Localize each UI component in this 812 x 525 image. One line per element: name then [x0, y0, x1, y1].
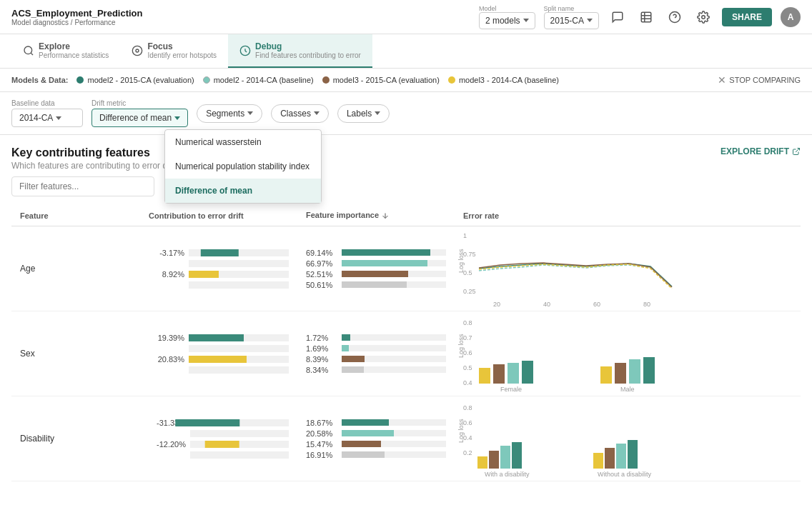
sex-bar-male-yellow — [600, 366, 612, 384]
importance-sex-v3: 8.39% — [306, 355, 337, 364]
settings-icon[interactable] — [693, 7, 713, 27]
dropdown-item-wasserstein[interactable]: Numerical wasserstein — [165, 130, 321, 154]
nav-tabs: Explore Performance statistics Focus Ide… — [0, 34, 812, 69]
svg-text:20: 20 — [493, 301, 500, 308]
dis-bar-wo-brown — [605, 448, 615, 469]
segments-label: Segments — [206, 109, 244, 119]
col-header-importance[interactable]: Feature importance — [297, 205, 455, 226]
svg-text:Without a disability: Without a disability — [598, 471, 652, 478]
model-selector[interactable]: 2 models — [479, 12, 535, 29]
tab-focus[interactable]: Focus Identify error hotspots — [120, 34, 228, 68]
importance-sex-b1 — [342, 334, 350, 341]
contribution-sex-bar1 — [189, 334, 244, 341]
section-header: Key contributing features Which features… — [11, 146, 801, 171]
sex-bar-male-brown — [615, 363, 626, 384]
svg-text:Female: Female — [500, 386, 522, 393]
help-icon[interactable] — [665, 7, 685, 27]
drift-dropdown-menu: Numerical wasserstein Numerical populati… — [164, 129, 322, 204]
section-subtitle: Which features are contributing to error… — [11, 161, 182, 171]
tab-debug[interactable]: Debug Find features contributing to erro… — [228, 34, 372, 68]
error-rate-disability: 0.8 0.6 0.4 0.2 Log loss — [455, 396, 801, 481]
svg-text:Male: Male — [620, 386, 635, 393]
dis-bar-wo-yellow — [593, 453, 603, 469]
model-tag-text-m2-2014: model2 - 2014-CA (baseline) — [214, 76, 314, 84]
chat-icon[interactable] — [608, 7, 628, 27]
importance-age-b1 — [342, 249, 430, 256]
feature-table: Feature Contribution to error drift Feat… — [11, 205, 801, 481]
svg-point-7 — [24, 46, 32, 54]
contribution-age-val3: 8.92% — [149, 270, 184, 279]
importance-sex: 1.72% 1.69% 8.39% 8.34% — [297, 311, 455, 396]
svg-text:60: 60 — [593, 301, 600, 308]
app-subtitle: Model diagnostics / Performance — [11, 19, 143, 26]
svg-text:0.75: 0.75 — [463, 251, 476, 258]
contribution-dis-val3: -12.20% — [149, 440, 186, 449]
labels-filter[interactable]: Labels — [337, 104, 390, 123]
split-selector[interactable]: 2015-CA — [544, 12, 599, 29]
model-tag-m3-2015: model3 - 2015-CA (evaluation) — [322, 76, 440, 84]
feature-name-sex: Sex — [11, 311, 140, 396]
sex-bar-male-teal — [629, 359, 640, 384]
drift-filter-value: Difference of mean — [99, 113, 172, 123]
importance-dis-b3 — [342, 441, 381, 447]
model-tag-m2-2014: model2 - 2014-CA (baseline) — [203, 76, 314, 84]
app-title: ACS_Employment_Prediction — [11, 8, 143, 19]
importance-age-b4 — [342, 281, 407, 288]
table-row-age: Age -3.17% 8.92% — [11, 226, 801, 311]
explore-icon — [23, 45, 34, 56]
model-chevron-icon — [523, 19, 529, 22]
sex-bar-female-yellow — [479, 368, 490, 384]
svg-text:0.4: 0.4 — [463, 379, 472, 386]
segments-filter[interactable]: Segments — [197, 104, 262, 123]
share-button[interactable]: SHARE — [722, 8, 772, 26]
svg-text:1: 1 — [463, 232, 467, 239]
importance-sex-b2 — [342, 345, 349, 351]
svg-text:0.2: 0.2 — [463, 449, 472, 456]
svg-point-6 — [702, 15, 705, 19]
dropdown-item-psi[interactable]: Numerical population stability index — [165, 154, 321, 179]
feature-filter-input[interactable] — [11, 176, 154, 196]
col-header-error-rate: Error rate — [455, 205, 801, 226]
section-title: Key contributing features — [11, 146, 182, 159]
contribution-sex-val3: 20.83% — [149, 355, 184, 364]
importance-age-b2 — [342, 260, 427, 266]
importance-age: 69.14% 66.97% 52.51% 50.61% — [297, 226, 455, 311]
feature-name-age: Age — [11, 226, 140, 311]
model-dot-m2-2015 — [76, 76, 84, 84]
external-link-icon — [792, 147, 801, 156]
classes-filter[interactable]: Classes — [271, 104, 329, 123]
table-row-disability: Disability -31.33% -12.20% — [11, 396, 801, 481]
error-chart-age: 1 0.75 0.5 0.25 Log loss 20 40 60 80 Fea… — [457, 229, 700, 308]
contribution-age-val1: -3.17% — [149, 249, 184, 257]
sex-bar-male-green — [643, 357, 655, 384]
error-chart-sex: 0.8 0.7 0.6 0.5 0.4 Log loss — [457, 314, 700, 393]
baseline-filter-group: Baseline data 2014-CA — [11, 99, 83, 127]
app-header: ACS_Employment_Prediction Model diagnost… — [0, 0, 812, 34]
tab-explore[interactable]: Explore Performance statistics — [11, 34, 120, 68]
model-selector-group: Model 2 models — [479, 5, 535, 29]
model-dot-m2-2014 — [203, 76, 210, 84]
drift-filter-select[interactable]: Difference of mean — [91, 109, 188, 127]
importance-dis-v1: 18.67% — [306, 419, 337, 427]
models-bar: Models & Data: model2 - 2015-CA (evaluat… — [0, 69, 812, 92]
model-tag-m3-2014: model3 - 2014-CA (baseline) — [448, 76, 559, 84]
baseline-filter-label: Baseline data — [11, 99, 83, 107]
explore-drift-link[interactable]: EXPLORE DRIFT — [721, 146, 801, 156]
svg-text:Log loss: Log loss — [457, 334, 465, 358]
baseline-chevron-icon — [56, 116, 61, 120]
contribution-disability: -31.33% -12.20% — [140, 396, 297, 481]
model-dot-m3-2015 — [322, 76, 330, 84]
feature-name-disability: Disability — [11, 396, 140, 481]
explore-tab-label: Explore — [39, 41, 109, 51]
split-chevron-icon — [587, 19, 593, 22]
baseline-filter-select[interactable]: 2014-CA — [11, 109, 83, 127]
table-icon[interactable] — [636, 7, 656, 27]
models-bar-label: Models & Data: — [11, 76, 68, 84]
stop-comparing-button[interactable]: ✕ STOP COMPARING — [718, 74, 801, 86]
drift-filter-group: Drift metric Difference of mean — [91, 99, 188, 127]
svg-text:40: 40 — [543, 301, 550, 308]
importance-age-b3 — [342, 271, 408, 277]
dropdown-item-mean[interactable]: Difference of mean — [165, 179, 321, 203]
contribution-age-bar1 — [201, 249, 239, 256]
importance-sex-b4 — [342, 366, 364, 373]
